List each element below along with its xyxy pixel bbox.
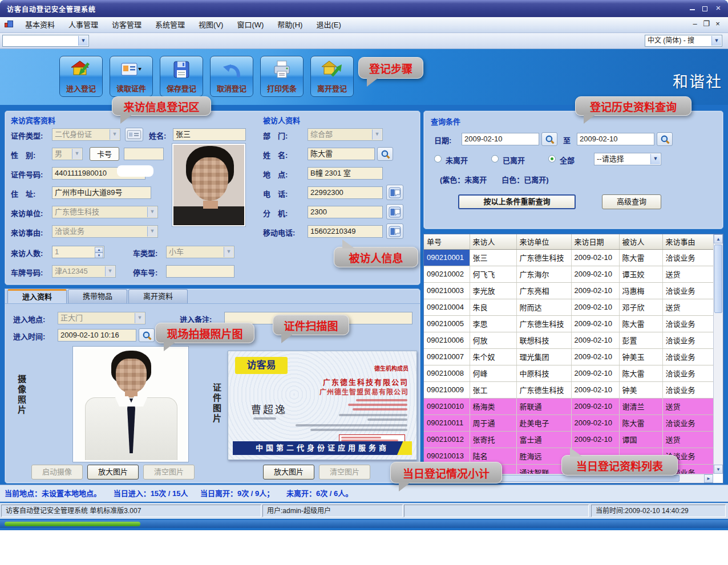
table-row[interactable]: 090210008 何峰 中原科技 2009-02-10 陈大雷 洽谈业务 — [424, 365, 713, 381]
tab-leave-info[interactable]: 离开资料 — [128, 289, 188, 303]
cell-date[interactable]: 2009-02-10 — [571, 249, 619, 266]
cell-host[interactable]: 谢清兰 — [619, 398, 662, 414]
column-header[interactable]: 来访事由 — [662, 234, 713, 249]
restore-button[interactable] — [698, 3, 711, 14]
cancel-register-button[interactable]: 取消登记 — [210, 56, 253, 97]
visitor-name-field[interactable]: 张三 — [173, 128, 246, 141]
enter-register-button[interactable]: 进入登记 — [59, 56, 103, 97]
language-bar-select[interactable]: 中文 (简体) - 搜▼ — [645, 35, 722, 47]
cell-unit[interactable]: 广东亮相 — [516, 282, 571, 299]
read-card-button[interactable]: 读取证件 — [110, 56, 153, 97]
car-type-select[interactable]: 小车▼ — [166, 246, 234, 258]
cell-visitor[interactable]: 张寄托 — [470, 431, 516, 448]
cell-host[interactable]: 钟美玉 — [619, 348, 662, 365]
table-row[interactable]: 090210011 周于通 赴美电子 2009-02-10 陈大雷 洽谈业务 — [424, 414, 713, 431]
cell-host[interactable]: 陈大雷 — [619, 249, 662, 266]
cell-no[interactable]: 090210011 — [424, 414, 470, 431]
cell-date[interactable]: 2009-02-10 — [571, 299, 619, 315]
table-row[interactable]: 090210010 杨海类 新联通 2009-02-10 谢清兰 送货 — [424, 398, 713, 414]
cell-unit[interactable]: 富士通 — [516, 431, 571, 448]
cell-reason[interactable]: 洽谈业务 — [662, 348, 713, 365]
cell-host[interactable]: 钟美 — [619, 381, 662, 398]
cell-unit[interactable]: 广东德生科技 — [516, 315, 571, 332]
cell-unit[interactable]: 广东德生科技 — [516, 249, 571, 266]
column-header[interactable]: 来访日期 — [571, 234, 619, 249]
dept-select[interactable]: 综合部▼ — [308, 128, 383, 141]
cell-date[interactable]: 2009-02-10 — [571, 398, 619, 414]
cell-reason[interactable]: 洽谈业务 — [662, 282, 713, 299]
cell-unit[interactable]: 理光集团 — [516, 348, 571, 365]
visit-unit-select[interactable]: 广东德生科技▼ — [52, 206, 158, 218]
ext-field[interactable]: 2300 — [308, 206, 383, 218]
cell-host[interactable]: 陈大雷 — [619, 414, 662, 431]
cell-unit[interactable]: 广东海尔 — [516, 266, 571, 282]
cell-reason[interactable]: 洽谈业务 — [662, 414, 713, 431]
plate-select[interactable]: 津A12345▼ — [52, 265, 116, 278]
cell-reason[interactable]: 洽谈业务 — [662, 315, 713, 332]
cell-visitor[interactable]: 周于通 — [470, 414, 516, 431]
cell-host[interactable]: 邓子欣 — [619, 299, 662, 315]
dial-ext-button[interactable] — [386, 204, 403, 220]
stepper-arrows-icon[interactable]: ▲▼ — [95, 247, 103, 257]
cell-no[interactable]: 090210012 — [424, 431, 470, 448]
cell-no[interactable]: 090210005 — [424, 315, 470, 332]
cell-unit[interactable]: 赴美电子 — [516, 414, 571, 431]
requery-button[interactable]: 按以上条件重新查询 — [458, 194, 576, 209]
menu-visitor[interactable]: 访客管理 — [105, 17, 148, 33]
cell-date[interactable]: 2009-02-10 — [571, 365, 619, 381]
parking-field[interactable] — [166, 265, 234, 278]
date-to-picker-button[interactable] — [657, 132, 673, 146]
menu-system[interactable]: 系统管理 — [148, 17, 192, 33]
cell-visitor[interactable]: 何放 — [470, 332, 516, 348]
cell-unit[interactable]: 广东德生科技 — [516, 381, 571, 398]
cell-visitor[interactable]: 李思 — [470, 315, 516, 332]
cell-visitor[interactable]: 朱良 — [470, 299, 516, 315]
cell-no[interactable]: 090210006 — [424, 332, 470, 348]
cell-visitor[interactable]: 何飞飞 — [470, 266, 516, 282]
cell-reason[interactable]: 洽谈业务 — [662, 365, 713, 381]
cell-unit[interactable]: 中原科技 — [516, 365, 571, 381]
cell-no[interactable]: 090210007 — [424, 348, 470, 365]
menu-help[interactable]: 帮助(H) — [270, 17, 309, 33]
scroll-down-icon[interactable]: ▼ — [714, 465, 723, 474]
save-register-button[interactable]: 保存登记 — [160, 56, 203, 97]
cert-type-select[interactable]: 二代身份证▼ — [52, 128, 120, 141]
quick-search-combo[interactable]: ▼ — [2, 35, 89, 47]
menu-exit[interactable]: 退出(E) — [309, 17, 347, 33]
mdi-minimize-button[interactable]: – — [689, 19, 701, 28]
table-row[interactable]: 090210003 李光放 广东亮相 2009-02-10 冯惠梅 洽谈业务 — [424, 282, 713, 299]
table-row[interactable]: 090210007 朱个奴 理光集团 2009-02-10 钟美玉 洽谈业务 — [424, 348, 713, 365]
dial-mobile-button[interactable] — [386, 223, 403, 239]
radio-all[interactable] — [548, 155, 556, 162]
cell-unit[interactable]: 附而达 — [516, 299, 571, 315]
cell-date[interactable]: 2009-02-10 — [571, 282, 619, 299]
table-row[interactable]: 090210012 张寄托 富士通 2009-02-10 谭国 送货 — [424, 431, 713, 448]
visitor-count-stepper[interactable]: 1 ▲▼ — [52, 246, 104, 258]
cell-visitor[interactable]: 张工 — [470, 381, 516, 398]
cell-host[interactable]: 陈大雷 — [619, 315, 662, 332]
column-header[interactable]: 被访人 — [619, 234, 662, 249]
tab-entry-info[interactable]: 进入资料 — [7, 289, 67, 303]
close-button[interactable]: × — [712, 3, 725, 14]
table-row[interactable]: 090210006 何放 联想科技 2009-02-10 彭置 洽谈业务 — [424, 332, 713, 348]
clear-photo-button[interactable]: 清空图片 — [143, 465, 195, 479]
entry-time-field[interactable]: 2009-02-10 10:16 — [58, 329, 136, 342]
card-reader-button[interactable] — [125, 128, 143, 141]
date-to-field[interactable]: 2009-02-10 — [577, 133, 654, 145]
entry-place-select[interactable]: 正大门▼ — [58, 312, 145, 324]
cell-reason[interactable]: 送货 — [662, 398, 713, 414]
cell-reason[interactable]: 洽谈业务 — [662, 249, 713, 266]
zoom-cert-button[interactable]: 放大图片 — [263, 465, 314, 479]
reason-filter-select[interactable]: --请选择▼ — [594, 153, 661, 165]
mdi-close-button[interactable]: × — [712, 19, 723, 28]
cell-host[interactable]: 陈大雷 — [619, 365, 662, 381]
column-header[interactable]: 单号 — [424, 234, 470, 249]
chevron-down-icon[interactable]: ▼ — [711, 36, 721, 46]
vscroll-thumb[interactable] — [714, 245, 722, 313]
cell-date[interactable]: 2009-02-10 — [571, 431, 619, 448]
cell-no[interactable]: 090210009 — [424, 381, 470, 398]
location-field[interactable]: B幢 2301 室 — [308, 167, 383, 180]
visit-reason-select[interactable]: 洽谈业务▼ — [52, 225, 158, 238]
cell-visitor[interactable]: 朱个奴 — [470, 348, 516, 365]
date-from-field[interactable]: 2009-02-10 — [462, 133, 539, 145]
